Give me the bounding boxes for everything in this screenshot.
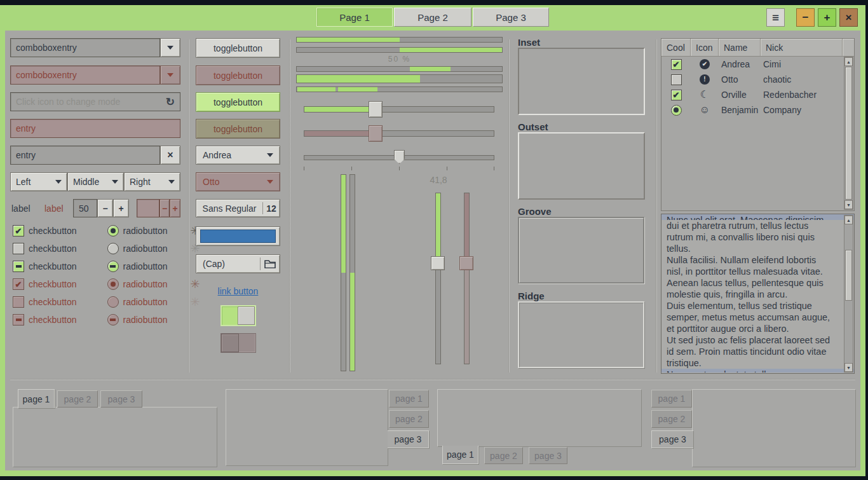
scroll-up-arrow[interactable]: ▲ (844, 57, 853, 66)
notebook-right-tab-page2[interactable]: page 2 (389, 410, 429, 428)
cell-name: Orville (719, 90, 761, 100)
column-header-nick[interactable]: Nick (761, 39, 843, 57)
progress-fill (297, 38, 400, 42)
notebook-right-tab-page1[interactable]: page 1 (389, 390, 429, 408)
row-checkbox-unchecked[interactable] (671, 74, 682, 85)
titlebar-tab-page2[interactable]: Page 2 (394, 8, 471, 27)
notebook-top-tab-page1[interactable]: page 1 (18, 389, 55, 408)
titlebar-tab-page1[interactable]: Page 1 (316, 8, 393, 27)
hscale[interactable] (304, 100, 494, 118)
scrollbar-track[interactable]: ▲ ▼ (844, 57, 853, 210)
titlebar-tab-page3[interactable]: Page 3 (473, 8, 549, 27)
notebook-bottom-tab-page2[interactable]: page 2 (484, 447, 523, 464)
notebook-top-tab-page3[interactable]: page 3 (100, 390, 142, 408)
radio-dot-icon (111, 228, 116, 233)
cell-name: Andrea (719, 59, 761, 69)
comboboxentry-input[interactable]: comboboxentry (10, 38, 160, 57)
switch-on[interactable] (220, 305, 256, 326)
font-button[interactable]: Sans Regular 12 (196, 199, 280, 217)
close-button[interactable]: × (839, 8, 858, 27)
row-radio-checked[interactable] (671, 105, 682, 116)
scroll-up-arrow[interactable]: ▲ (844, 216, 853, 224)
spin-minus-button[interactable]: − (97, 199, 113, 217)
radio-unchecked[interactable] (107, 243, 119, 254)
scroll-down-arrow[interactable]: ▼ (844, 200, 853, 209)
scale-mark (447, 167, 447, 170)
icon-entry[interactable]: Click icon to change mode ↻ (10, 92, 180, 111)
checkbutton-label: checkbutton (29, 243, 77, 254)
combobox-otto-disabled: Otto (196, 172, 280, 191)
row-checkbox-checked[interactable]: ✔ (671, 90, 682, 100)
file-chooser-button[interactable]: (Cap) (196, 254, 280, 273)
togglebutton-active[interactable]: togglebutton (196, 92, 280, 112)
hscale-disabled (304, 125, 494, 142)
checkbox-indeterminate[interactable] (13, 261, 24, 272)
color-button[interactable] (196, 226, 280, 246)
maximize-button[interactable]: + (818, 8, 836, 27)
switch-knob (238, 306, 255, 325)
notebook-bottom-tab-page1[interactable]: page 1 (442, 446, 478, 464)
column-header-cool[interactable]: Cool (661, 39, 691, 57)
minus-icon: − (102, 203, 107, 214)
column-header-icon[interactable]: Icon (691, 39, 719, 57)
minimize-button[interactable]: − (796, 8, 815, 27)
table-row[interactable]: ! Otto chaotic (661, 72, 854, 87)
scale-slider-handle (369, 125, 383, 142)
notebook-top-tab-page2[interactable]: page 2 (57, 390, 98, 408)
spin-plus-button[interactable]: + (113, 199, 129, 217)
radio-indeterminate[interactable] (107, 261, 119, 272)
radio-checked[interactable] (107, 225, 119, 237)
vertical-separator (656, 39, 657, 373)
combobox-andrea[interactable]: Andrea (196, 146, 280, 165)
scale-mark (494, 167, 494, 170)
notebook-right-tab-page3[interactable]: page 3 (388, 430, 429, 448)
clear-entry-button[interactable]: × (160, 146, 180, 165)
spinbutton-value[interactable]: 50 (73, 199, 97, 217)
hscale-with-marks[interactable] (304, 149, 494, 172)
clear-icon: × (167, 149, 173, 161)
notebook-left-tab-page3[interactable]: page 3 (651, 430, 693, 448)
comboboxentry-dropdown-button[interactable] (160, 38, 180, 57)
scroll-down-arrow[interactable]: ▼ (844, 363, 853, 372)
notebook-left-tab-page1[interactable]: page 1 (651, 390, 692, 408)
checkbox-checked[interactable]: ✔ (13, 225, 24, 237)
table-row[interactable]: ✔ ☾ Orville Redenbacher (661, 87, 854, 102)
scale-slider-handle[interactable] (431, 256, 445, 270)
combobox-value: Middle (73, 177, 99, 187)
table-row[interactable]: ✔ ✔ Andrea Cimi (661, 57, 854, 72)
scale-pointer-handle[interactable] (394, 150, 405, 164)
radiobutton-label: radiobutton (123, 261, 168, 271)
vscale[interactable] (431, 193, 445, 366)
combobox-right[interactable]: Right (124, 172, 180, 191)
refresh-icon[interactable]: ↻ (166, 95, 175, 109)
notebook-left-tab-page2[interactable]: page 2 (651, 410, 692, 428)
togglebutton-normal[interactable]: togglebutton (196, 38, 280, 58)
notebook-bottom-tab-page3[interactable]: page 3 (529, 447, 567, 464)
combobox-left[interactable]: Left (10, 172, 67, 191)
comboboxentry-disabled-dropdown-button (160, 65, 180, 85)
row-checkbox-checked[interactable]: ✔ (671, 59, 682, 70)
column-header-name[interactable]: Name (719, 39, 761, 57)
radio-checked-disabled (107, 278, 119, 290)
cell-nick: Company (761, 105, 844, 115)
scrollbar-track[interactable]: ▲ ▼ (844, 215, 853, 373)
down-arrow-icon: ▼ (846, 366, 851, 370)
link-button[interactable]: link button (218, 286, 259, 296)
combobox-value: Otto (203, 177, 219, 187)
entry-with-clear[interactable]: entry (10, 146, 160, 165)
minimize-icon: − (803, 11, 809, 24)
cell-nick: Cimi (761, 59, 844, 69)
combobox-middle[interactable]: Middle (67, 172, 124, 191)
textview[interactable]: Nunc vel elit erat. Maecenas dignissim, … (661, 214, 855, 374)
level-segment (297, 87, 336, 92)
togglebutton-disabled: togglebutton (196, 65, 280, 85)
table-row[interactable]: ☺ Benjamin Company (661, 102, 854, 118)
checkbox-unchecked[interactable] (13, 243, 24, 254)
chevron-down-icon (267, 180, 273, 187)
maximize-icon: + (824, 11, 831, 24)
entry-disabled: entry (10, 119, 180, 138)
menu-button[interactable]: ≡ (766, 8, 785, 27)
scrollbar-thumb[interactable] (845, 250, 852, 301)
scrollbar-thumb[interactable] (845, 67, 852, 200)
scale-slider-handle[interactable] (369, 101, 383, 118)
